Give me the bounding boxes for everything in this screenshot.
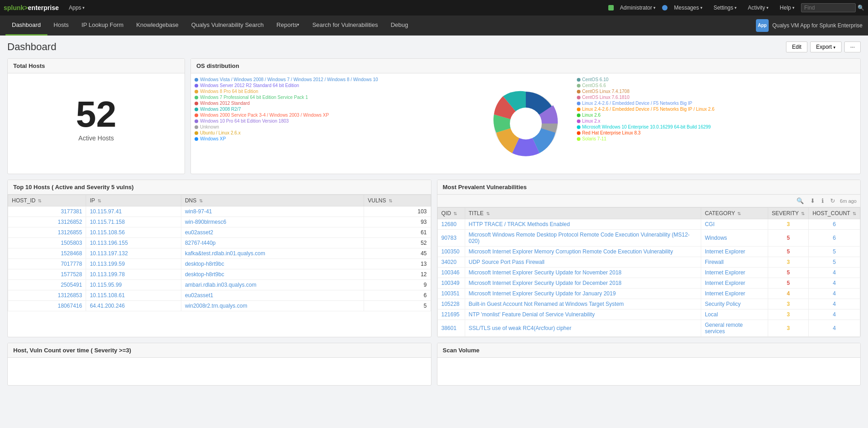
col-host-count[interactable]: HOST_COUNT ⇅	[809, 208, 860, 219]
settings-menu[interactable]: Settings ▾	[709, 0, 741, 15]
legend-item[interactable]: Windows 2008 R2/7	[195, 107, 475, 112]
legend-item[interactable]: Linux 2.x	[577, 119, 857, 124]
title-cell[interactable]: SSL/TLS use of weak RC4(Arcfour) cipher	[465, 320, 701, 337]
host-count-cell[interactable]: 4	[809, 309, 860, 320]
ip-cell[interactable]: 10.113.199.78	[86, 269, 181, 280]
nav-reports[interactable]: Reports ▾	[270, 15, 306, 36]
category-cell[interactable]: Windows	[701, 230, 768, 247]
title-cell[interactable]: UDP Source Port Pass Firewall	[465, 257, 701, 268]
apps-menu[interactable]: Apps ▾	[64, 0, 89, 15]
category-cell[interactable]: Local	[701, 309, 768, 320]
col-host-id[interactable]: HOST_ID ⇅	[8, 195, 86, 206]
help-menu[interactable]: Help ▾	[775, 0, 799, 15]
host-id-cell[interactable]: 18067416	[8, 301, 86, 311]
qid-cell[interactable]: 100346	[437, 268, 465, 278]
host-id-cell[interactable]: 13126855	[8, 227, 86, 238]
refresh-toolbar-icon[interactable]: ↻	[828, 196, 837, 205]
category-cell[interactable]: Firewall	[701, 257, 768, 268]
dns-cell[interactable]: 82767-t440p	[181, 238, 364, 248]
host-count-cell[interactable]: 4	[809, 278, 860, 289]
search-toolbar-icon[interactable]: 🔍	[795, 196, 806, 205]
nav-ip-lookup[interactable]: IP Lookup Form	[75, 15, 130, 36]
dns-cell[interactable]: eu02asset1	[181, 290, 364, 301]
title-cell[interactable]: Microsoft Internet Explorer Memory Corru…	[465, 247, 701, 257]
dns-cell[interactable]: ambari.rdlab.in03.qualys.com	[181, 280, 364, 290]
legend-item[interactable]: CentOS 6.6	[577, 83, 857, 88]
category-cell[interactable]: CGI	[701, 219, 768, 230]
legend-item[interactable]: Windows 7 Professional 64 bit Edition Se…	[195, 95, 475, 100]
dns-cell[interactable]: kafka&test.rdlab.in01.qualys.com	[181, 248, 364, 259]
category-cell[interactable]: General remote services	[701, 320, 768, 337]
col-vulns[interactable]: VULNS ⇅	[364, 195, 431, 206]
legend-item[interactable]: Windows 2000 Service Pack 3-4 / Windows …	[195, 113, 475, 118]
legend-item[interactable]: Linux 2.6	[577, 113, 857, 118]
find-input[interactable]	[801, 3, 856, 12]
admin-menu[interactable]: Administrator ▾	[616, 0, 661, 15]
host-count-cell[interactable]: 5	[809, 257, 860, 268]
host-id-cell[interactable]: 1577528	[8, 269, 86, 280]
legend-item[interactable]: Windows XP	[195, 136, 475, 141]
ip-cell[interactable]: 10.115.108.61	[86, 290, 181, 301]
legend-item[interactable]: Windows 8 Pro 64 bit Edition	[195, 89, 475, 94]
download-toolbar-icon[interactable]: ⬇	[808, 196, 817, 205]
qid-cell[interactable]: 12680	[437, 219, 465, 230]
category-cell[interactable]: Security Policy	[701, 299, 768, 309]
edit-button[interactable]: Edit	[786, 41, 807, 52]
host-count-cell[interactable]: 6	[809, 219, 860, 230]
host-count-cell[interactable]: 4	[809, 320, 860, 337]
qid-cell[interactable]: 100350	[437, 247, 465, 257]
qid-cell[interactable]: 38601	[437, 320, 465, 337]
ip-cell[interactable]: 10.113.196.155	[86, 238, 181, 248]
qid-cell[interactable]: 34020	[437, 257, 465, 268]
host-count-cell[interactable]: 5	[809, 247, 860, 257]
export-button[interactable]: Export ▾	[810, 41, 842, 52]
legend-item[interactable]: CentOS Linux 7.6.1810	[577, 95, 857, 100]
col-category[interactable]: CATEGORY ⇅	[701, 208, 768, 219]
more-options-button[interactable]: ···	[844, 41, 861, 52]
col-dns[interactable]: DNS ⇅	[181, 195, 364, 206]
nav-search-vuln[interactable]: Search for Vulnerabilities	[306, 15, 384, 36]
legend-item[interactable]: Windows 10 Pro 64 bit Edition Version 18…	[195, 119, 475, 124]
ip-cell[interactable]: 64.41.200.246	[86, 301, 181, 311]
legend-item[interactable]: Red Hat Enterprise Linux 8.3	[577, 130, 857, 135]
ip-cell[interactable]: 10.115.71.158	[86, 217, 181, 227]
legend-item[interactable]: CentOS Linux 7.4.1708	[577, 89, 857, 94]
title-cell[interactable]: Microsoft Internet Explorer Security Upd…	[465, 268, 701, 278]
dns-cell[interactable]: eu02asset2	[181, 227, 364, 238]
host-count-cell[interactable]: 4	[809, 268, 860, 278]
category-cell[interactable]: Internet Explorer	[701, 278, 768, 289]
qid-cell[interactable]: 100349	[437, 278, 465, 289]
messages-menu[interactable]: Messages ▾	[669, 0, 707, 15]
legend-item[interactable]: Solaris 7-11	[577, 136, 857, 141]
legend-item[interactable]: Linux 2.4-2.6 / Embedded Device / F5 Net…	[577, 101, 857, 106]
host-count-cell[interactable]: 4	[809, 299, 860, 309]
ip-cell[interactable]: 10.115.95.99	[86, 280, 181, 290]
title-cell[interactable]: Microsoft Internet Explorer Security Upd…	[465, 289, 701, 299]
host-count-cell[interactable]: 6	[809, 230, 860, 247]
nav-hosts[interactable]: Hosts	[47, 15, 75, 36]
activity-menu[interactable]: Activity ▾	[743, 0, 773, 15]
qid-cell[interactable]: 90783	[437, 230, 465, 247]
host-id-cell[interactable]: 7017778	[8, 259, 86, 269]
dns-cell[interactable]: win2008r2.trn.qualys.com	[181, 301, 364, 311]
host-id-cell[interactable]: 13126853	[8, 290, 86, 301]
title-cell[interactable]: HTTP TRACE / TRACK Methods Enabled	[465, 219, 701, 230]
title-cell[interactable]: Microsoft Windows Remote Desktop Protoco…	[465, 230, 701, 247]
host-id-cell[interactable]: 1528468	[8, 248, 86, 259]
col-ip[interactable]: IP ⇅	[86, 195, 181, 206]
legend-item[interactable]: Microsoft Windows 10 Enterprise 10.0.162…	[577, 124, 857, 129]
host-id-cell[interactable]: 1505803	[8, 238, 86, 248]
host-id-cell[interactable]: 2505491	[8, 280, 86, 290]
qid-cell[interactable]: 100351	[437, 289, 465, 299]
col-severity[interactable]: SEVERITY ⇅	[768, 208, 808, 219]
nav-knowledgebase[interactable]: Knowledgebase	[130, 15, 185, 36]
dns-cell[interactable]: win-890blrmesc6	[181, 217, 364, 227]
legend-item[interactable]: Ubuntu / Linux 2.6.x	[195, 130, 475, 135]
col-title[interactable]: TITLE ⇅	[465, 208, 701, 219]
ip-cell[interactable]: 10.113.199.59	[86, 259, 181, 269]
legend-item[interactable]: Unknown	[195, 124, 475, 129]
title-cell[interactable]: NTP 'monlist' Feature Denial of Service …	[465, 309, 701, 320]
ip-cell[interactable]: 10.115.97.41	[86, 206, 181, 217]
legend-item[interactable]: Windows 2012 Standard	[195, 101, 475, 106]
dns-cell[interactable]: desktop-h8rt9bc	[181, 259, 364, 269]
